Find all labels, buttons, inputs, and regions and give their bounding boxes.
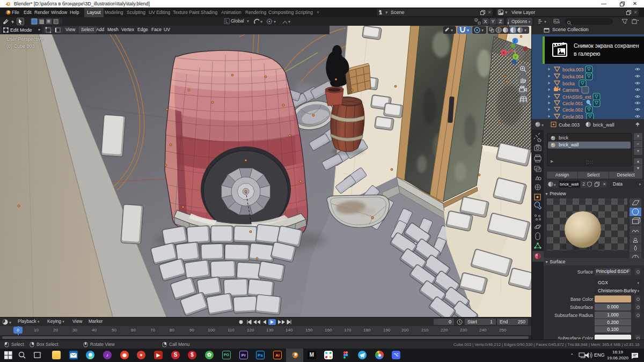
svg-text:bocka.003: bocka.003 (562, 67, 583, 72)
svg-text:Circle.003: Circle.003 (562, 114, 583, 120)
svg-text:X: X (502, 51, 505, 55)
svg-text:bocka.004: bocka.004 (562, 74, 583, 79)
svg-text:bocka: bocka (562, 81, 575, 86)
svg-text:▾: ▾ (554, 183, 556, 187)
svg-text:▾: ▾ (288, 19, 290, 24)
svg-text:▾: ▾ (481, 28, 484, 33)
svg-text:▾: ▾ (559, 20, 560, 24)
svg-text:Camera: Camera (562, 87, 579, 93)
svg-text:▾: ▾ (541, 123, 544, 128)
svg-text:▾: ▾ (260, 19, 262, 24)
svg-text:▾: ▾ (524, 28, 526, 33)
svg-text:▾: ▾ (274, 19, 276, 24)
svg-text:Circle.002: Circle.002 (562, 107, 583, 113)
svg-text:brick_wall: brick_wall (593, 122, 614, 128)
svg-text:▾: ▾ (451, 28, 453, 33)
svg-text:▾: ▾ (544, 19, 546, 24)
svg-text:▾: ▾ (11, 19, 13, 24)
svg-text:▾: ▾ (467, 28, 469, 33)
svg-text:Z: Z (514, 39, 516, 43)
svg-text:Circle.001: Circle.001 (562, 101, 583, 106)
svg-text:⋮⋮: ⋮⋮ (584, 246, 591, 249)
svg-text:Cube.003: Cube.003 (559, 122, 580, 128)
svg-text:▾: ▾ (9, 320, 11, 325)
svg-text:CHASSIS_ext: CHASSIS_ext (562, 94, 591, 100)
svg-text:Y: Y (514, 55, 517, 59)
